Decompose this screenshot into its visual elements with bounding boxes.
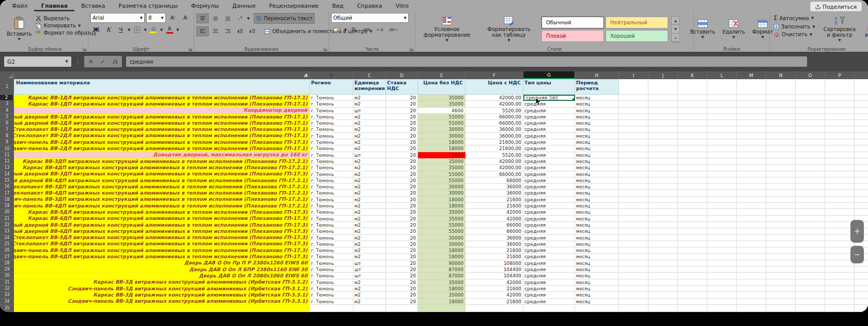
cell-G15[interactable]: средняя	[523, 177, 575, 184]
cell-N27[interactable]	[766, 254, 796, 260]
cell-H26[interactable]: месяц	[575, 247, 619, 254]
selected-cell-G2[interactable]: средняя▾	[523, 95, 575, 101]
cell-K26[interactable]	[678, 247, 707, 254]
cell-F30[interactable]: 104400	[466, 273, 523, 279]
find-select-button[interactable]: Найти и выделить ▼	[862, 13, 868, 46]
cell-I17[interactable]	[619, 190, 648, 196]
cell-M27[interactable]	[737, 254, 766, 260]
cell-B14[interactable]: г. Тюмень	[310, 171, 353, 177]
cell-I3[interactable]	[619, 101, 648, 107]
sort-filter-button[interactable]: АЯ Сортировка и фильтр ▼	[821, 13, 858, 46]
style-normal[interactable]: Обычный	[541, 17, 604, 28]
cell-A17[interactable]: Стеклопакет ВВ-4ДП витражных конструкций…	[14, 190, 310, 196]
cell-sliver-4[interactable]	[466, 305, 523, 312]
cell-A10[interactable]: Сэндвич-панель ВВ-2ДЛ витражных конструк…	[14, 145, 310, 152]
cell-K30[interactable]	[678, 273, 707, 279]
col-header-O[interactable]: O	[796, 71, 825, 79]
cell-N12[interactable]	[766, 158, 796, 165]
cell-H20[interactable]: месяц	[575, 209, 619, 215]
row-header-12[interactable]: 12	[0, 158, 14, 165]
cell-J11[interactable]	[648, 152, 678, 158]
cell-D9[interactable]: 20	[386, 139, 418, 145]
col-header-M[interactable]: M	[737, 71, 766, 79]
cell-B7[interactable]: г. Тюмень	[310, 126, 353, 132]
cell-G30[interactable]: средняя	[523, 273, 575, 279]
cell-H22[interactable]: месяц	[575, 222, 619, 228]
cell-M13[interactable]	[737, 165, 766, 171]
row-header-13[interactable]: 13	[0, 165, 14, 171]
cell-K16[interactable]	[678, 184, 707, 190]
cell-O12[interactable]	[796, 158, 825, 165]
cell-D18[interactable]: 20	[386, 197, 418, 203]
cell-J24[interactable]	[648, 235, 678, 241]
row-header-16[interactable]: 16	[0, 184, 14, 190]
cell-N8[interactable]	[766, 133, 796, 139]
cell-L7[interactable]	[707, 126, 737, 132]
row-header-7[interactable]: 7	[0, 126, 14, 132]
cell-A25[interactable]: Стеклопакет ВВ-6ДП витражных конструкций…	[14, 241, 310, 247]
cell-H2[interactable]: месяц	[575, 95, 619, 101]
cell-N9[interactable]	[766, 139, 796, 145]
cell-H28[interactable]: месяц	[575, 260, 619, 266]
cell-K13[interactable]	[678, 165, 707, 171]
cell-C32[interactable]: м2	[353, 286, 386, 292]
cell-E24[interactable]: 30000	[418, 235, 466, 241]
cell-H30[interactable]: месяц	[575, 273, 619, 279]
cell-P33[interactable]	[825, 292, 855, 298]
row-header-22[interactable]: 22	[0, 222, 14, 228]
cell-P17[interactable]	[825, 190, 855, 196]
row-header-34[interactable]: 34	[0, 299, 14, 305]
cell-N29[interactable]	[766, 266, 796, 273]
align-center-button[interactable]	[210, 27, 221, 36]
tab-page-layout[interactable]: Разметка страницы	[112, 1, 184, 11]
cell-B27[interactable]: г. Тюмень	[310, 254, 353, 260]
cell-J27[interactable]	[648, 254, 678, 260]
cell-E9[interactable]: 18000	[418, 139, 466, 145]
cell-I22[interactable]	[619, 222, 648, 228]
cell-D28[interactable]: 20	[386, 260, 418, 266]
cell-B19[interactable]: г. Тюмень	[310, 203, 353, 209]
cell-I12[interactable]	[619, 158, 648, 165]
cell-M22[interactable]	[737, 222, 766, 228]
cell-O17[interactable]	[796, 190, 825, 196]
cell-K28[interactable]	[678, 260, 707, 266]
cell-H34[interactable]: месяц	[575, 299, 619, 305]
cell-E26[interactable]: 18000	[418, 247, 466, 254]
tab-insert[interactable]: Вставка	[74, 1, 112, 11]
cell-H16[interactable]: месяц	[575, 184, 619, 190]
cell-G18[interactable]: средняя	[523, 197, 575, 203]
cell-A24[interactable]: Стеклопакет ВВ-5ДЛ витражных конструкций…	[14, 235, 310, 241]
cell-I29[interactable]	[619, 266, 648, 273]
cell-H9[interactable]: месяц	[575, 139, 619, 145]
cell-E18[interactable]: 18000	[418, 197, 466, 203]
cell-O9[interactable]	[796, 139, 825, 145]
cell-G7[interactable]: средняя	[523, 126, 575, 132]
cell-G33[interactable]: средняя	[523, 292, 575, 298]
cell-M7[interactable]	[737, 126, 766, 132]
cell-A8[interactable]: Стеклопакет ВВ-2ДЛ витражных конструкций…	[14, 133, 310, 139]
row-header-1[interactable]: 1	[0, 79, 14, 95]
cell-E30[interactable]: 87000	[418, 273, 466, 279]
borders-button[interactable]	[131, 25, 143, 34]
cell-K32[interactable]	[678, 286, 707, 292]
cell-N25[interactable]	[766, 241, 796, 247]
cell-P35[interactable]	[825, 305, 855, 312]
cell-K18[interactable]	[678, 197, 707, 203]
cell-B23[interactable]: г. Тюмень	[310, 228, 353, 234]
cell-B10[interactable]: г. Тюмень	[310, 145, 353, 152]
cell-P14[interactable]	[825, 171, 855, 177]
cell-P3[interactable]	[825, 101, 855, 107]
cell-G23[interactable]: средняя	[523, 228, 575, 234]
delete-cells-button[interactable]: Удалить ▼	[720, 13, 748, 46]
fill-button[interactable]: Заполнить ▼	[772, 23, 817, 30]
decrease-decimal-button[interactable]: .00→	[387, 25, 398, 34]
cell-B5[interactable]: г. Тюмень	[310, 114, 353, 120]
cell-H27[interactable]: месяц	[575, 254, 619, 260]
cell-I19[interactable]	[619, 203, 648, 209]
cell-K25[interactable]	[678, 241, 707, 247]
cell-E13[interactable]: 35000	[418, 165, 466, 171]
cell-D6[interactable]: 20	[386, 120, 418, 126]
cell-K24[interactable]	[678, 235, 707, 241]
cell-O27[interactable]	[796, 254, 825, 260]
cell-P31[interactable]	[825, 279, 855, 286]
